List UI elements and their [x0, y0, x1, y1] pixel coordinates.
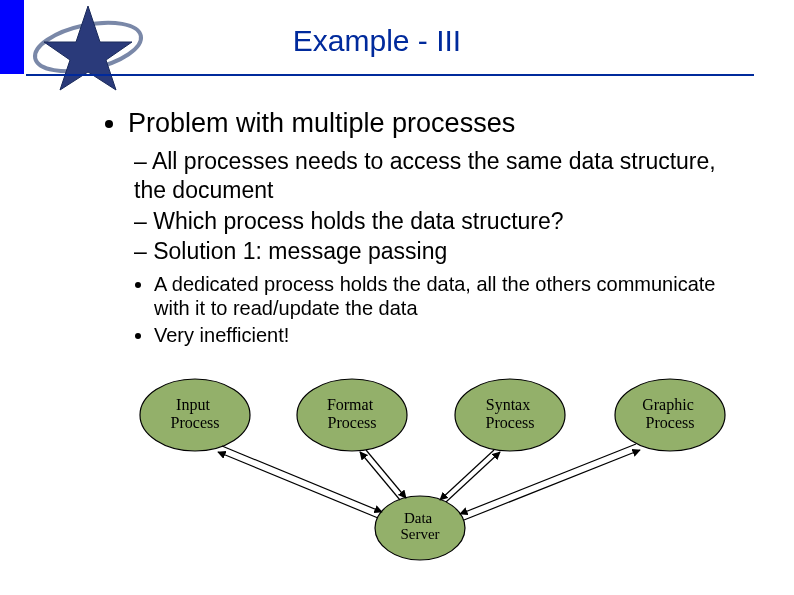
bullet-sub-3: Solution 1: message passing	[134, 237, 734, 266]
bullet-main: Problem with multiple processes	[128, 108, 734, 139]
svg-line-18	[460, 444, 636, 514]
node-syntax-process: Syntax Process	[455, 379, 565, 451]
node-input-line2: Process	[171, 414, 220, 431]
svg-line-16	[440, 450, 494, 500]
edge-format-server	[360, 450, 406, 500]
bullet-subsub-2: Very inefficient!	[154, 323, 734, 347]
slide-title: Example - III	[0, 24, 754, 58]
svg-text:Format
        Process: Format Process	[327, 396, 377, 431]
svg-text:Input
        Process: Input Process	[171, 396, 220, 431]
bullet-sub-1: All processes needs to access the same d…	[134, 147, 734, 205]
node-format-line2: Process	[328, 414, 377, 431]
svg-text:Graphic
        Process: Graphic Process	[642, 396, 698, 431]
node-graphic-process: Graphic Process	[615, 379, 725, 451]
node-input-process: Input Process	[140, 379, 250, 451]
node-graphic-line1: Graphic	[642, 396, 694, 414]
title-underline	[26, 74, 754, 76]
bullet-subsub-1: A dedicated process holds the data, all …	[154, 272, 734, 321]
edge-input-server	[218, 446, 382, 518]
node-data-server: Data Server	[375, 496, 465, 560]
node-graphic-line2: Process	[646, 414, 695, 431]
svg-text:Syntax
        Process: Syntax Process	[486, 396, 535, 431]
svg-line-13	[218, 452, 378, 518]
edge-syntax-server	[440, 450, 500, 502]
node-server-line1: Data	[404, 510, 433, 526]
svg-line-12	[222, 446, 382, 512]
svg-line-14	[366, 450, 406, 498]
edge-graphic-server	[460, 444, 640, 520]
svg-line-15	[360, 452, 400, 500]
node-format-line1: Format	[327, 396, 374, 413]
node-input-line1: Input	[176, 396, 210, 414]
process-diagram: Input Process Format Process Syntax Proc…	[130, 360, 740, 580]
node-syntax-line2: Process	[486, 414, 535, 431]
svg-text:Data
        Server: Data Server	[400, 510, 439, 542]
node-format-process: Format Process	[297, 379, 407, 451]
bullet-sub-2: Which process holds the data structure?	[134, 207, 734, 236]
node-syntax-line1: Syntax	[486, 396, 530, 414]
node-server-line2: Server	[400, 526, 439, 542]
svg-line-17	[446, 452, 500, 502]
slide-content: Problem with multiple processes All proc…	[100, 108, 734, 349]
